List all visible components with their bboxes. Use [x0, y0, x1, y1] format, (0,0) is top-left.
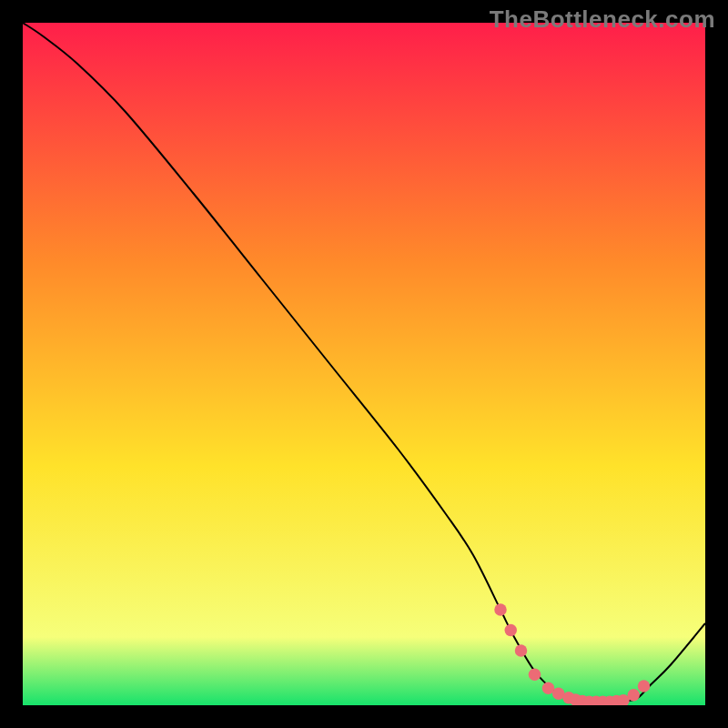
plot-area	[23, 23, 705, 705]
marker-dot	[515, 644, 528, 657]
gradient-background	[23, 23, 705, 705]
chart-svg	[23, 23, 705, 705]
watermark-text: TheBottleneck.com	[490, 5, 715, 34]
marker-dot	[505, 624, 518, 637]
marker-dot	[628, 689, 641, 702]
chart-frame: TheBottleneck.com	[0, 0, 728, 728]
marker-dot	[638, 680, 651, 693]
marker-dot	[529, 669, 541, 682]
marker-dot	[494, 603, 507, 616]
